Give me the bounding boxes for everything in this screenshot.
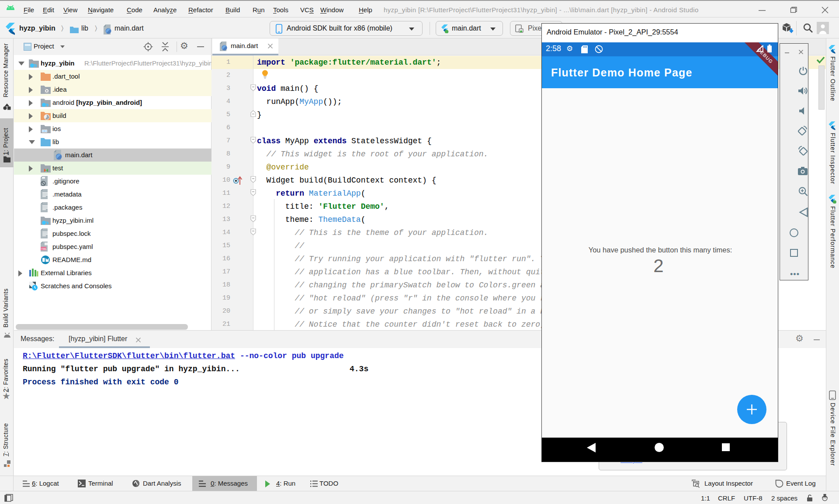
svg-text:YML: YML xyxy=(41,247,47,250)
